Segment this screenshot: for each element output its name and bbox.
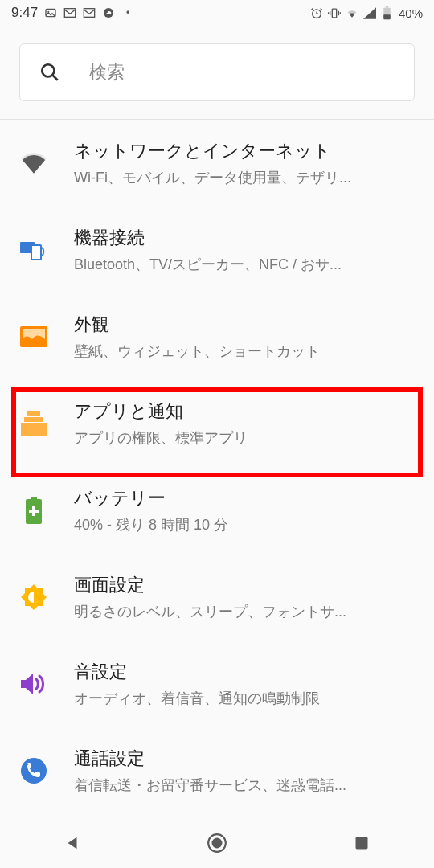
search-icon	[39, 62, 60, 83]
setting-text: 音設定 オーディオ、着信音、通知の鳴動制限	[74, 660, 415, 708]
setting-text: アプリと通知 アプリの権限、標準アプリ	[74, 399, 415, 448]
search-box[interactable]: 検索	[19, 43, 415, 101]
setting-call[interactable]: 通話設定 着信転送・お留守番サービス、迷惑電話...	[0, 727, 434, 814]
cloud-notif-icon	[102, 6, 115, 19]
setting-apps[interactable]: アプリと通知 アプリの権限、標準アプリ	[0, 380, 434, 467]
battery-pct: 40%	[399, 6, 423, 20]
status-time: 9:47	[11, 5, 38, 21]
setting-title: 画面設定	[74, 573, 415, 597]
setting-desc: オーディオ、着信音、通知の鳴動制限	[74, 689, 415, 708]
setting-title: アプリと通知	[74, 399, 415, 424]
image-notif-icon	[44, 6, 57, 19]
sound-icon	[19, 669, 48, 698]
svg-point-10	[42, 64, 54, 76]
setting-text: 機器接続 Bluetooth、TV/スピーカー、NFC / おサ...	[74, 226, 415, 274]
setting-desc: アプリの権限、標準アプリ	[74, 428, 415, 448]
more-notif-icon: •	[121, 6, 134, 19]
svg-point-25	[213, 838, 222, 847]
svg-rect-18	[31, 497, 37, 499]
wifi-icon	[346, 6, 358, 19]
setting-text: 通話設定 着信転送・お留守番サービス、迷惑電話...	[74, 747, 415, 795]
setting-text: ネットワークとインターネット Wi-Fi、モバイル、データ使用量、テザリ...	[74, 139, 415, 187]
setting-network[interactable]: ネットワークとインターネット Wi-Fi、モバイル、データ使用量、テザリ...	[0, 120, 434, 207]
setting-desc: 40% - 残り 8 時間 10 分	[74, 515, 415, 534]
setting-desc: Bluetooth、TV/スピーカー、NFC / おサ...	[74, 255, 415, 274]
setting-desc: 壁紙、ウィジェット、ショートカット	[74, 342, 415, 361]
svg-rect-6	[332, 9, 336, 18]
svg-rect-2	[64, 9, 75, 18]
setting-title: 機器接続	[74, 226, 415, 250]
svg-rect-17	[21, 423, 47, 436]
setting-text: バッテリー 40% - 残り 8 時間 10 分	[74, 486, 415, 534]
svg-rect-12	[31, 245, 41, 260]
setting-title: バッテリー	[74, 486, 415, 510]
svg-rect-8	[386, 6, 388, 8]
svg-rect-15	[27, 411, 40, 416]
status-bar: 9:47 • 40%	[0, 0, 434, 26]
signal-icon	[363, 6, 376, 19]
setting-title: 外観	[74, 313, 415, 337]
search-placeholder: 検索	[89, 60, 125, 84]
setting-text: 画面設定 明るさのレベル、スリープ、フォントサ...	[74, 573, 415, 621]
settings-list: ネットワークとインターネット Wi-Fi、モバイル、データ使用量、テザリ... …	[0, 120, 434, 814]
svg-rect-26	[356, 837, 368, 849]
devices-icon	[19, 235, 48, 264]
mail-notif-icon-2	[83, 6, 96, 19]
display-icon	[19, 322, 48, 351]
battery-icon	[381, 6, 394, 19]
svg-point-23	[21, 758, 47, 784]
nav-home-button[interactable]	[201, 827, 233, 859]
svg-rect-3	[84, 9, 94, 18]
setting-desc: 着信転送・お留守番サービス、迷惑電話...	[74, 776, 415, 795]
svg-rect-21	[29, 510, 39, 513]
svg-rect-16	[24, 417, 43, 422]
setting-display[interactable]: 外観 壁紙、ウィジェット、ショートカット	[0, 293, 434, 380]
setting-desc: Wi-Fi、モバイル、データ使用量、テザリ...	[74, 168, 415, 187]
mail-notif-icon	[63, 6, 76, 19]
status-left: 9:47 •	[11, 5, 134, 21]
nav-back-button[interactable]	[56, 827, 88, 859]
nav-recents-button[interactable]	[346, 827, 378, 859]
setting-title: 通話設定	[74, 747, 415, 771]
search-container: 検索	[0, 26, 434, 119]
wifi-settings-icon	[19, 149, 48, 178]
svg-rect-9	[384, 14, 391, 19]
battery-settings-icon	[19, 496, 48, 525]
brightness-icon	[19, 583, 48, 612]
phone-icon	[19, 756, 48, 785]
setting-text: 外観 壁紙、ウィジェット、ショートカット	[74, 313, 415, 361]
setting-screen[interactable]: 画面設定 明るさのレベル、スリープ、フォントサ...	[0, 554, 434, 641]
setting-sound[interactable]: 音設定 オーディオ、着信音、通知の鳴動制限	[0, 641, 434, 727]
setting-devices[interactable]: 機器接続 Bluetooth、TV/スピーカー、NFC / おサ...	[0, 207, 434, 293]
setting-desc: 明るさのレベル、スリープ、フォントサ...	[74, 602, 415, 621]
apps-icon	[19, 409, 48, 438]
status-right: 40%	[310, 6, 423, 20]
nav-bar	[0, 817, 434, 868]
vibrate-icon	[328, 6, 341, 19]
setting-title: 音設定	[74, 660, 415, 684]
setting-title: ネットワークとインターネット	[74, 139, 415, 163]
alarm-icon	[310, 6, 323, 19]
setting-battery[interactable]: バッテリー 40% - 残り 8 時間 10 分	[0, 467, 434, 554]
